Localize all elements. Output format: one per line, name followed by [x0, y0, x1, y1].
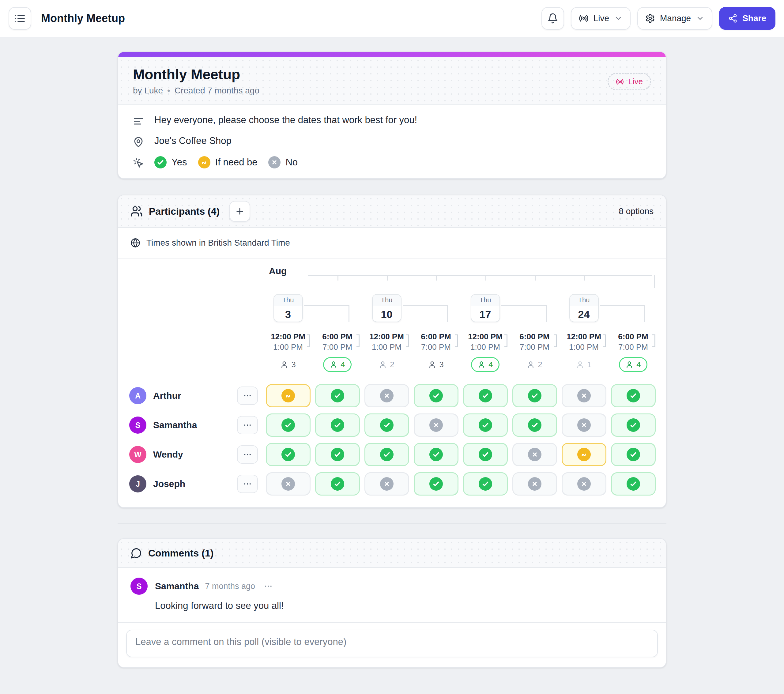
- vote-count-number: 2: [538, 360, 542, 369]
- user-icon: [576, 361, 584, 369]
- comment-text: Looking forward to see you all!: [155, 600, 654, 611]
- time-slots-row: 12:00 PM1:00 PM6:00 PM7:00 PM12:00 PM1:0…: [264, 331, 658, 352]
- vote-cell-no: [266, 472, 311, 496]
- options-count-label: 8 options: [619, 206, 654, 216]
- participant-menu-button[interactable]: [237, 475, 258, 493]
- yes-icon: [528, 419, 542, 432]
- vote-count: 4: [461, 357, 510, 372]
- poll-description: Hey everyone, please choose the dates th…: [154, 115, 417, 125]
- users-icon: [130, 205, 143, 218]
- section-divider: [118, 523, 666, 524]
- manage-dropdown-label: Manage: [660, 13, 691, 23]
- vote-count: 2: [510, 357, 559, 372]
- participant-name: Samantha: [153, 420, 197, 430]
- vote-count-number: 3: [291, 360, 295, 369]
- notifications-button[interactable]: [542, 7, 564, 30]
- top-bar-actions: Live Manage Share: [542, 7, 776, 30]
- vote-cell-no: [562, 414, 606, 437]
- add-participant-button[interactable]: [229, 201, 250, 222]
- vote-cell-wrap: [264, 472, 313, 496]
- ellipsis-icon: [243, 391, 252, 400]
- poll-description-row: Hey everyone, please choose the dates th…: [133, 115, 651, 127]
- participant-name-block: JJoseph: [118, 475, 264, 493]
- yes-icon: [380, 448, 394, 461]
- comment-input[interactable]: [126, 630, 658, 657]
- time-slot: 6:00 PM7:00 PM: [608, 331, 658, 352]
- date-card-day: 10: [373, 306, 401, 322]
- live-dropdown-button[interactable]: Live: [571, 7, 631, 30]
- avatar: J: [129, 475, 147, 493]
- pointer-click-icon: [133, 157, 144, 168]
- no-icon: [380, 389, 394, 402]
- meta-separator: •: [167, 86, 170, 96]
- month-label: Aug: [269, 266, 287, 276]
- participant-name-block: WWendy: [118, 445, 264, 464]
- user-icon: [478, 361, 486, 369]
- vote-count-number: 4: [636, 360, 641, 369]
- vote-cell-yes: [414, 384, 458, 407]
- vote-cell-ifneedbe: [266, 384, 311, 407]
- vote-cell-yes: [611, 414, 656, 437]
- yes-icon: [331, 419, 344, 432]
- time-slot: 6:00 PM7:00 PM: [313, 331, 362, 352]
- avatar: S: [130, 578, 148, 595]
- vote-cell-wrap: [411, 472, 461, 496]
- comment-bubble-icon: [130, 547, 142, 559]
- vote-count-number: 1: [587, 360, 591, 369]
- poll-created: Created 7 months ago: [175, 86, 259, 96]
- time-slot-start: 12:00 PM: [468, 331, 502, 342]
- time-slot-end: 7:00 PM: [323, 342, 352, 352]
- vote-cell-wrap: [559, 472, 608, 496]
- no-icon: [528, 477, 542, 491]
- vote-cell-wrap: [461, 443, 510, 466]
- vote-cell-ifneedbe: [562, 443, 606, 466]
- radio-icon: [616, 78, 624, 86]
- timezone-row: Times shown in British Standard Time: [118, 228, 666, 259]
- vote-count: 2: [362, 357, 411, 372]
- yes-icon: [429, 477, 443, 491]
- vote-cell-wrap: [264, 384, 313, 407]
- vote-cell-yes: [611, 384, 656, 407]
- date-card: Thu10: [372, 294, 402, 322]
- no-icon: [282, 477, 295, 491]
- date-connector-line: [501, 305, 547, 322]
- vote-cell-wrap: [362, 472, 411, 496]
- share-button[interactable]: Share: [719, 7, 776, 30]
- poll-location-row: Joe's Coffee Shop: [133, 135, 651, 148]
- date-connector-line: [304, 305, 349, 322]
- vote-cell-wrap: [362, 443, 411, 466]
- vote-count-number: 3: [439, 360, 443, 369]
- no-icon: [528, 448, 542, 461]
- vote-cell-no: [512, 472, 557, 496]
- date-card: Thu3: [273, 294, 303, 322]
- list-icon: [14, 13, 26, 24]
- participants-header-left: Participants (4): [130, 201, 250, 222]
- participants-card: Participants (4) 8 options Times shown i…: [118, 195, 666, 508]
- comment-menu-button[interactable]: [264, 582, 273, 591]
- comment-author: Samantha: [155, 581, 199, 592]
- participant-row: WWendy: [118, 440, 666, 469]
- poll-list-button[interactable]: [8, 7, 31, 30]
- time-slot-end: 1:00 PM: [569, 342, 599, 352]
- date-card-dow: Thu: [373, 295, 401, 306]
- participant-menu-button[interactable]: [237, 416, 258, 434]
- legend-item-yes: Yes: [154, 156, 187, 168]
- no-icon: [577, 389, 591, 402]
- yes-icon: [331, 389, 344, 402]
- poll-options-header: Aug 12:00 PM1:00 PM6:00 PM7:00 PM12:00 P…: [118, 259, 666, 381]
- participant-menu-button[interactable]: [237, 445, 258, 464]
- radio-icon: [579, 13, 589, 23]
- month-brace-tick: [436, 275, 437, 280]
- page-title: Monthly Meetup: [41, 12, 125, 25]
- participant-menu-button[interactable]: [237, 386, 258, 405]
- time-slot-end: 7:00 PM: [421, 342, 451, 352]
- manage-dropdown-button[interactable]: Manage: [637, 7, 712, 30]
- time-slot: 12:00 PM1:00 PM: [264, 331, 313, 352]
- vote-cell-no: [562, 384, 606, 407]
- user-icon: [329, 361, 338, 369]
- month-brace-tick: [486, 275, 486, 280]
- time-slot: 12:00 PM1:00 PM: [559, 331, 608, 352]
- top-bar-left: Monthly Meetup: [8, 7, 125, 30]
- plus-icon: [235, 206, 245, 216]
- vote-count: 4: [313, 357, 362, 372]
